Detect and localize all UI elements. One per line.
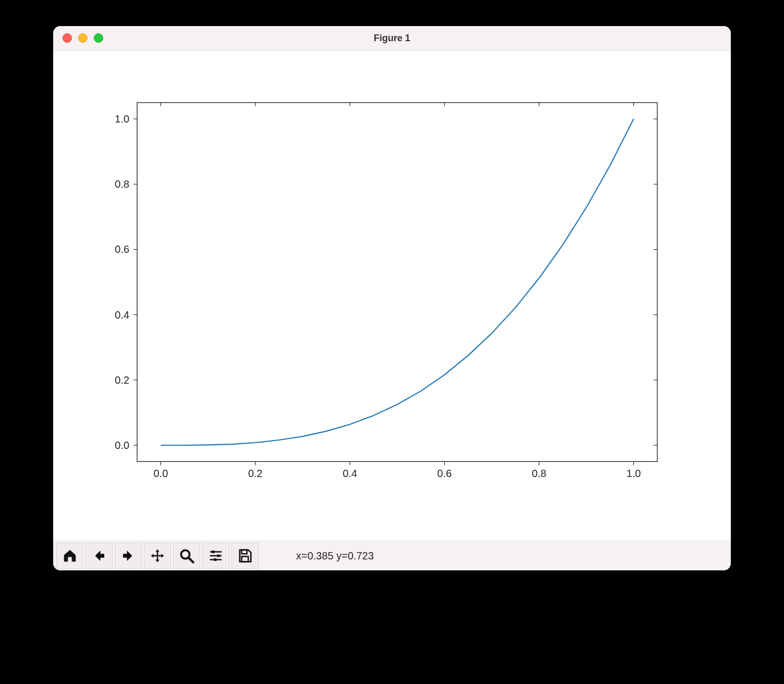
save-button[interactable] bbox=[231, 543, 259, 569]
svg-rect-43 bbox=[217, 555, 220, 557]
back-button[interactable] bbox=[85, 543, 113, 569]
save-icon bbox=[237, 548, 253, 564]
forward-button[interactable] bbox=[115, 543, 142, 569]
svg-rect-44 bbox=[214, 558, 216, 561]
home-button[interactable] bbox=[56, 543, 83, 569]
svg-text:0.6: 0.6 bbox=[115, 243, 129, 255]
svg-rect-42 bbox=[212, 551, 215, 553]
window-title: Figure 1 bbox=[374, 33, 410, 44]
svg-text:0.8: 0.8 bbox=[532, 468, 546, 479]
arrow-right-icon bbox=[120, 548, 136, 564]
svg-text:0.0: 0.0 bbox=[154, 468, 168, 479]
pan-button[interactable] bbox=[144, 543, 171, 569]
home-icon bbox=[62, 548, 78, 564]
close-icon[interactable] bbox=[63, 33, 72, 43]
svg-text:0.2: 0.2 bbox=[115, 374, 129, 386]
svg-text:0.4: 0.4 bbox=[115, 309, 129, 321]
zoom-window-icon[interactable] bbox=[94, 33, 103, 43]
svg-rect-45 bbox=[242, 550, 247, 554]
sliders-icon bbox=[208, 548, 224, 564]
toolbar: x=0.385 y=0.723 bbox=[53, 541, 731, 570]
arrow-left-icon bbox=[91, 548, 107, 564]
svg-text:0.8: 0.8 bbox=[115, 178, 129, 190]
plot-canvas[interactable]: 0.00.20.40.60.81.00.00.20.40.60.81.0 bbox=[53, 51, 731, 541]
svg-text:0.0: 0.0 bbox=[115, 439, 129, 451]
plot-svg: 0.00.20.40.60.81.00.00.20.40.60.81.0 bbox=[53, 51, 731, 541]
svg-rect-0 bbox=[137, 103, 657, 462]
svg-text:1.0: 1.0 bbox=[627, 468, 641, 479]
figure-window: Figure 1 0.00.20.40.60.81.00.00.20.40.60… bbox=[53, 26, 731, 570]
svg-text:0.4: 0.4 bbox=[342, 468, 357, 479]
svg-text:0.6: 0.6 bbox=[437, 468, 452, 479]
svg-text:1.0: 1.0 bbox=[115, 113, 129, 125]
move-icon bbox=[150, 548, 165, 564]
magnify-icon bbox=[179, 548, 194, 564]
minimize-icon[interactable] bbox=[78, 33, 88, 43]
titlebar: Figure 1 bbox=[53, 26, 731, 51]
traffic-lights bbox=[63, 33, 103, 43]
svg-text:0.2: 0.2 bbox=[248, 468, 263, 479]
cursor-coords: x=0.385 y=0.723 bbox=[296, 550, 374, 562]
svg-rect-46 bbox=[242, 556, 249, 561]
svg-line-38 bbox=[189, 558, 193, 563]
zoom-button[interactable] bbox=[173, 543, 200, 569]
configure-button[interactable] bbox=[202, 543, 229, 569]
